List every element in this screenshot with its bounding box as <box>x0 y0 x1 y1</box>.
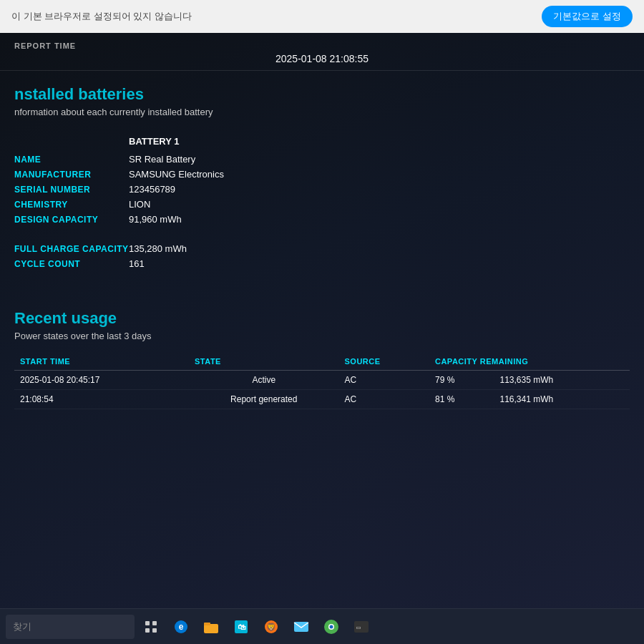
svg-text:🦁: 🦁 <box>266 622 276 632</box>
usage-capacity-pct-2: 81 % <box>429 390 494 409</box>
battery-row-cycle-count: CYCLE COUNT 161 <box>14 258 630 269</box>
battery-value-design-capacity: 91,960 mWh <box>129 214 182 225</box>
report-time-value: 2025-01-08 21:08:55 <box>14 53 630 64</box>
usage-table: START TIME STATE SOURCE CAPACITY REMAINI… <box>14 353 630 409</box>
battery-label-full-charge: FULL CHARGE CAPACITY <box>14 244 129 254</box>
edge-icon[interactable]: e <box>167 613 195 640</box>
usage-row-2: 21:08:54 Report generated AC 81 % 116,34… <box>14 390 630 409</box>
battery-value-chemistry: LION <box>129 199 150 210</box>
usage-start-time-1: 2025-01-08 20:45:17 <box>14 371 189 390</box>
svg-rect-0 <box>145 621 150 625</box>
installed-batteries-section: nstalled batteries nformation about each… <box>0 71 644 136</box>
usage-capacity-mwh-1: 113,635 mWh <box>494 371 630 390</box>
battery-header: BATTERY 1 <box>14 136 630 147</box>
recent-usage-title: Recent usage <box>14 309 630 328</box>
col-capacity-remaining: CAPACITY REMAINING <box>429 353 630 371</box>
battery-label-cycle-count: CYCLE COUNT <box>14 259 129 269</box>
battery-row-full-charge: FULL CHARGE CAPACITY 135,280 mWh <box>14 243 630 254</box>
terminal-icon[interactable]: ▭ <box>348 613 375 640</box>
svg-text:🛍: 🛍 <box>238 623 246 631</box>
col-start-time: START TIME <box>14 353 189 371</box>
usage-start-time-2: 21:08:54 <box>14 390 189 409</box>
battery-row-name: NAME SR Real Battery <box>14 154 630 165</box>
usage-capacity-pct-1: 79 % <box>429 371 494 390</box>
battery-value-name: SR Real Battery <box>129 154 195 165</box>
mail-icon[interactable] <box>288 613 315 640</box>
usage-state-2: Report generated <box>189 390 338 409</box>
battery-label-name: NAME <box>14 155 129 165</box>
usage-source-1: AC <box>339 371 429 390</box>
chrome-icon[interactable] <box>318 613 345 640</box>
svg-rect-12 <box>294 622 308 632</box>
usage-row-1: 2025-01-08 20:45:17 Active AC 79 % 113,6… <box>14 371 630 390</box>
battery-value-serial: 123456789 <box>129 184 175 195</box>
battery-row-design-capacity: DESIGN CAPACITY 91,960 mWh <box>14 214 630 225</box>
store-icon[interactable]: 🛍 <box>228 613 255 640</box>
col-source: SOURCE <box>339 353 429 371</box>
recent-usage-subtitle: Power states over the last 3 days <box>14 331 630 341</box>
set-default-button[interactable]: 기본값으로 설정 <box>542 6 633 27</box>
installed-batteries-title: nstalled batteries <box>14 85 630 104</box>
usage-capacity-mwh-2: 116,341 mWh <box>494 390 630 409</box>
svg-point-15 <box>330 625 333 628</box>
report-time-label: REPORT TIME <box>14 42 630 50</box>
battery-label-chemistry: CHEMISTRY <box>14 200 129 210</box>
taskbar: 찾기 e 🛍 🦁 <box>0 608 644 644</box>
usage-source-2: AC <box>339 390 429 409</box>
battery-value-full-charge: 135,280 mWh <box>129 243 187 254</box>
svg-text:e: e <box>179 622 184 632</box>
svg-rect-2 <box>145 628 150 633</box>
battery-info: BATTERY 1 NAME SR Real Battery MANUFACTU… <box>0 136 644 269</box>
content-area: REPORT TIME 2025-01-08 21:08:55 nstalled… <box>0 33 644 611</box>
svg-text:▭: ▭ <box>356 623 361 631</box>
battery-value-manufacturer: SAMSUNG Electronics <box>129 169 224 180</box>
battery-row-chemistry: CHEMISTRY LION <box>14 199 630 210</box>
task-view-icon[interactable] <box>137 613 165 640</box>
battery-label-design-capacity: DESIGN CAPACITY <box>14 215 129 225</box>
battery-label-manufacturer: MANUFACTURER <box>14 170 129 180</box>
taskbar-search[interactable]: 찾기 <box>6 615 135 639</box>
brave-icon[interactable]: 🦁 <box>258 613 285 640</box>
svg-rect-3 <box>152 628 157 633</box>
recent-usage-section: Recent usage Power states over the last … <box>0 302 644 416</box>
battery-row-serial: SERIAL NUMBER 123456789 <box>14 184 630 195</box>
battery-row-manufacturer: MANUFACTURER SAMSUNG Electronics <box>14 169 630 180</box>
usage-state-1: Active <box>189 371 338 390</box>
installed-batteries-subtitle: nformation about each currently installe… <box>14 107 630 117</box>
notification-text: 이 기본 브라우저로 설정되어 있지 않습니다 <box>11 10 535 23</box>
search-placeholder: 찾기 <box>13 620 31 633</box>
battery-label-serial: SERIAL NUMBER <box>14 185 129 195</box>
col-state: STATE <box>189 353 338 371</box>
battery-value-cycle-count: 161 <box>129 258 145 269</box>
svg-rect-7 <box>204 623 210 625</box>
report-time-section: REPORT TIME 2025-01-08 21:08:55 <box>0 33 644 71</box>
files-icon[interactable] <box>197 613 225 640</box>
notification-bar: 이 기본 브라우저로 설정되어 있지 않습니다 기본값으로 설정 <box>0 0 644 33</box>
svg-rect-1 <box>152 621 157 625</box>
